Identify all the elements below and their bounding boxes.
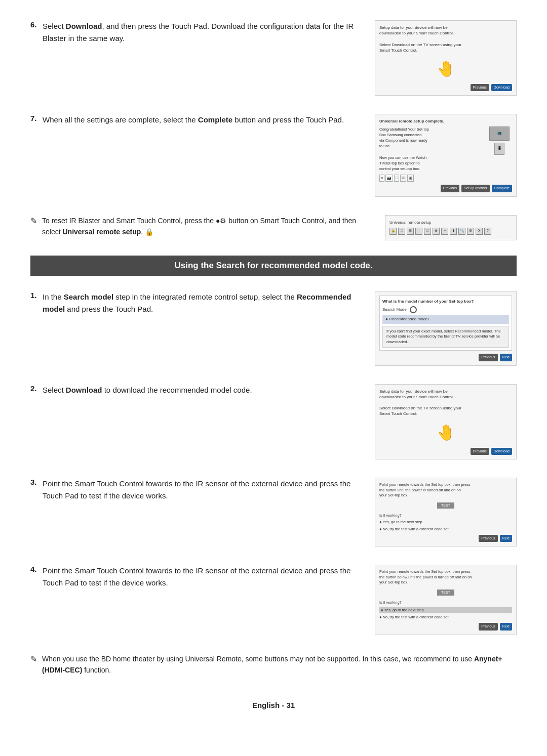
note-1-text: To reset IR Blaster and Smart Touch Cont… [42, 215, 375, 238]
step-6-hand-icon: 🤚 [379, 57, 512, 80]
step-7-prev-btn: Previous [441, 185, 459, 192]
search-step-4-block: 4. Point the Smart Touch Control fowards… [30, 565, 517, 635]
search-step-4-screen: Point your remote towards the Set-top bo… [375, 565, 517, 635]
step-6-download-btn: Download [491, 84, 512, 92]
note-1-screen-label: Universal remote setup [389, 220, 512, 226]
search-step-4-buttons: Previous Next [379, 623, 512, 631]
search-step-1-prev-btn: Previous [479, 354, 497, 361]
search-step-4-next-btn: Next [500, 623, 512, 631]
footer-text: English - 31 [252, 701, 295, 709]
step-7-number: 7. [30, 114, 40, 126]
toolbar-info: ℹ [450, 228, 457, 235]
toolbar-box: □ [424, 228, 431, 235]
step-6-block: 6. Select Download, and then press the T… [30, 20, 517, 96]
search-step-1-block: 1. In the Search model step in the integ… [30, 291, 517, 366]
search-step-3-prev-btn: Previous [479, 535, 497, 542]
search-step-2-screen-text: Setup data for your device will now bedo… [379, 389, 512, 417]
recommended-model-option: ● Recommended model [382, 315, 509, 324]
step-7-toolbar: ≡ 📷 □ ⊞ ▣ [379, 175, 512, 182]
search-step-4-test-btn: TEST [379, 587, 512, 598]
step-7-remote-icon: 📱 [494, 143, 504, 155]
info-callout: If you can't find your exact model, sele… [382, 326, 509, 348]
search-step-1-buttons: Previous Next [379, 354, 512, 361]
search-step-3-block: 3. Point the Smart Touch Control fowards… [30, 478, 517, 547]
footer: English - 31 [30, 701, 517, 709]
search-step-3-number: 3. [30, 478, 40, 502]
search-step-2-text: 2. Select Download to download the recom… [30, 384, 360, 396]
search-step-1-screen: What is the model number of your Set-top… [375, 291, 517, 366]
note-2-block: ✎ When you use the BD home theater by us… [30, 653, 517, 676]
step-6-screen-text: Setup data for your device will now bedo… [379, 25, 512, 53]
search-step-3-description: Point the Smart Touch Control fowards to… [43, 478, 360, 502]
search-step-3-test-btn: TEST [379, 500, 512, 511]
search-step-1-title: What is the model number of your Set-top… [382, 299, 509, 305]
search-step-2-prev-btn: Previous [471, 448, 489, 455]
step-7-complete-btn: Complete [492, 185, 512, 192]
search-step-4-no: ● No, try the test with a different code… [379, 614, 512, 620]
toolbar-lock: 🔒 [389, 228, 397, 235]
search-step-3-text: 3. Point the Smart Touch Control fowards… [30, 478, 360, 502]
step-7-screen-text: Congratulations! Your Set-top Box Samsun… [379, 127, 484, 172]
search-step-4-number: 4. [30, 565, 40, 589]
search-step-1-text: 1. In the Search model step in the integ… [30, 291, 360, 315]
section-header: Using the Search for recommended model c… [30, 256, 517, 276]
step-7-block: 7. When all the settings are complete, s… [30, 114, 517, 196]
toolbar-plus: ⊕ [433, 228, 440, 235]
search-step-2-number: 2. [30, 384, 40, 396]
toolbar-refresh: ⟳ [476, 228, 483, 235]
search-step-1-number: 1. [30, 291, 40, 315]
step-7-description: When all the settings are complete, sele… [43, 114, 344, 126]
search-step-3-working: Is it working? [379, 513, 512, 518]
search-step-4-description: Point the Smart Touch Control fowards to… [43, 565, 360, 589]
toolbar-menu: ≡ [441, 228, 448, 235]
note-2-text: When you use the BD home theater by usin… [42, 653, 517, 676]
step-6-number: 6. [30, 20, 40, 45]
search-step-3-yes: ● Yes, go to the next step. [379, 519, 512, 525]
note-1-screen: Universal remote setup 🔒 □ ⊞ — □ ⊕ ≡ ℹ 🔍… [385, 215, 517, 240]
search-step-2-screen: Setup data for your device will now bedo… [375, 384, 517, 459]
search-step-4-yes: ● Yes, go to the next step. [379, 607, 512, 613]
step-6-screen: Setup data for your device will now bedo… [375, 20, 517, 96]
search-step-2-description: Select Download to download the recommen… [43, 384, 252, 396]
step-6-description: Select Download, and then press the Touc… [43, 20, 360, 45]
search-step-4-prev-btn: Previous [479, 623, 497, 631]
step-7-setup-another-btn: Set up another [461, 185, 490, 192]
step-7-tv-icon: 📺 [489, 127, 510, 141]
search-step-3-instruction: Point your remote towards the Set-top bo… [379, 482, 512, 498]
search-step-4-text: 4. Point the Smart Touch Control fowards… [30, 565, 360, 589]
note-2-icon: ✎ [30, 654, 37, 664]
step-7-screen: Universal remote setup complete. Congrat… [375, 114, 517, 196]
note-1-block: ✎ To reset IR Blaster and Smart Touch Co… [30, 215, 517, 240]
search-step-2-block: 2. Select Download to download the recom… [30, 384, 517, 459]
toolbar-gear: ⚙ [467, 228, 474, 235]
search-step-1-inner: What is the model number of your Set-top… [379, 296, 512, 351]
step-7-screen-title: Universal remote setup complete. [379, 118, 512, 124]
search-step-2-buttons: Previous Download [379, 448, 512, 455]
search-model-row: Search Model [382, 306, 509, 313]
toolbar-question: ? [484, 228, 491, 235]
step-6-prev-btn: Previous [471, 84, 489, 92]
note-1-toolbar: 🔒 □ ⊞ — □ ⊕ ≡ ℹ 🔍 ⚙ ⟳ ? [389, 228, 512, 235]
search-step-3-no: ● No, try the test with a different code… [379, 526, 512, 532]
step-6-text: 6. Select Download, and then press the T… [30, 20, 360, 45]
step-7-device-icons: 📺 📱 [487, 127, 512, 172]
search-step-2-download-btn: Download [491, 448, 512, 455]
search-step-1-description: In the Search model step in the integrat… [43, 291, 360, 315]
note-1-icon: ✎ [30, 216, 37, 226]
step-7-text: 7. When all the settings are complete, s… [30, 114, 360, 126]
search-step-4-instruction: Point your remote towards the Set-top bo… [379, 569, 512, 585]
toolbar-dash: — [415, 228, 422, 235]
search-step-3-screen: Point your remote towards the Set-top bo… [375, 478, 517, 547]
step-7-buttons: Previous Set up another Complete [379, 185, 512, 192]
search-step-1-next-btn: Next [500, 354, 512, 361]
search-step-3-next-btn: Next [500, 535, 512, 542]
toolbar-grid: ⊞ [407, 228, 414, 235]
search-step-2-hand-icon: 🤚 [379, 421, 512, 444]
toolbar-square: □ [398, 228, 405, 235]
toolbar-search: 🔍 [458, 228, 465, 235]
search-step-3-buttons: Previous Next [379, 535, 512, 542]
main-content: 6. Select Download, and then press the T… [30, 20, 517, 709]
search-step-4-working: Is it working? [379, 600, 512, 605]
step-6-buttons: Previous Download [379, 84, 512, 92]
